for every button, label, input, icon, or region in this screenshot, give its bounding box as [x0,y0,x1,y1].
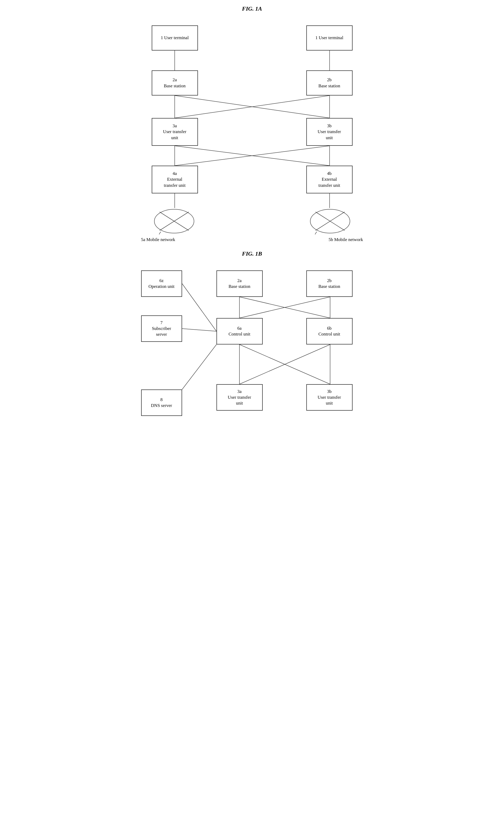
svg-line-18 [182,284,216,331]
bs2b-box: 2bBase station [306,271,353,297]
svg-line-26 [239,345,330,384]
op-unit-box: 6zOperation unit [141,271,182,297]
bs2a-box: 2aBase station [216,271,263,297]
utu-right-box: 3bUser transferunit [306,118,353,146]
etu-left-box: 4aExternaltransfer unit [152,165,198,193]
svg-line-5 [175,95,330,118]
ellipse-left [153,208,195,235]
etu-right-box: 4bExternaltransfer unit [306,165,353,193]
fig1a-title: FIG. 1A [137,5,368,12]
ut-right-box: 1 User terminal [306,25,353,50]
fig1b-title: FIG. 1B [137,250,368,257]
svg-line-19 [182,329,216,331]
svg-line-9 [175,146,330,165]
page: FIG. 1A [126,0,378,434]
svg-line-7 [175,146,330,165]
fig1b-diagram: 6zOperation unit 7Subscriberserver 8DNS … [138,265,366,429]
ellipse-right [309,208,351,235]
utu-left-box: 3aUser transferunit [152,118,198,146]
net-label-left: 5a Mobile network [141,237,175,242]
svg-line-3 [175,95,330,118]
svg-line-28 [239,345,330,384]
fig1a-diagram: 1 User terminal 1 User terminal 2aBase s… [138,17,366,245]
dns-server-box: 8DNS server [141,389,182,416]
net-label-right: 5b Mobile network [329,237,363,242]
ctrl6b-box: 6bControl unit [306,318,353,345]
ctrl6a-box: 6aControl unit [216,318,263,345]
bs-left-box: 2aBase station [152,70,198,95]
sub-server-box: 7Subscriberserver [141,315,182,342]
bs-right-box: 2bBase station [306,70,353,95]
ut-left-box: 1 User terminal [152,25,198,50]
svg-line-24 [239,297,330,318]
svg-line-22 [239,297,330,318]
utu3b-box: 3bUser transferunit [306,384,353,411]
svg-line-20 [182,345,216,389]
utu3a-box: 3aUser transferunit [216,384,263,411]
